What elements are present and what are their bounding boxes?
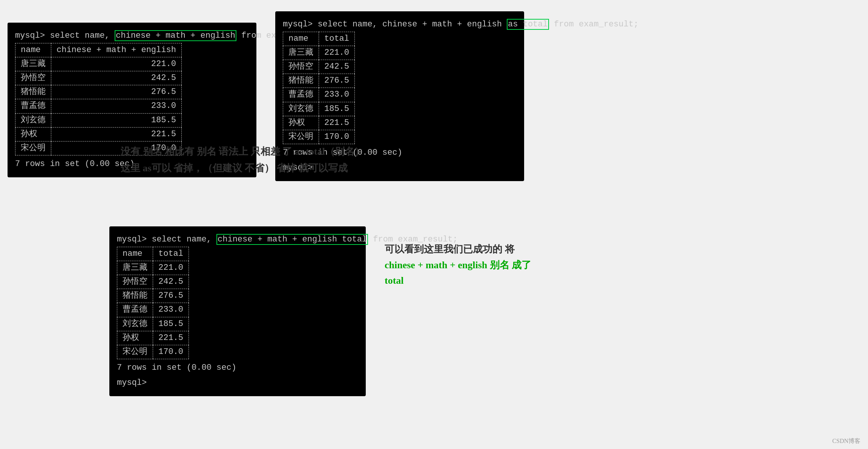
cell-name: 猪悟能 — [117, 289, 153, 303]
cell-name: 孙权 — [15, 127, 51, 141]
terminal-1-highlight: chinese + math + english — [115, 30, 236, 41]
terminal-3-table: name total 唐三藏221.0孙悟空242.5猪悟能276.5曹孟德23… — [117, 247, 189, 359]
table-row: 刘玄德185.5 — [283, 102, 355, 116]
table-row: 唐三藏221.0 — [117, 261, 189, 275]
cell-value: 276.5 — [153, 289, 189, 303]
table-row: 唐三藏221.0 — [283, 46, 355, 60]
cell-name: 猪悟能 — [15, 85, 51, 99]
cell-name: 唐三藏 — [283, 46, 319, 60]
table-row: 猪悟能276.5 — [117, 289, 189, 303]
cell-value: 233.0 — [319, 88, 355, 102]
cell-value: 170.0 — [153, 345, 189, 359]
table-row: 宋公明170.0 — [117, 345, 189, 359]
cell-name: 猪悟能 — [283, 74, 319, 88]
terminal-2-highlight: as total — [507, 19, 549, 30]
terminal-3: mysql> select name, chinese + math + eng… — [109, 226, 366, 396]
cell-value: 170.0 — [319, 130, 355, 144]
terminal-3-command: mysql> select name, chinese + math + eng… — [117, 233, 358, 246]
terminal-1-command: mysql> select name, chinese + math + eng… — [15, 29, 249, 42]
cell-value: 276.5 — [319, 74, 355, 88]
terminal-2-col1: name — [283, 32, 319, 46]
table-row: 刘玄德185.5 — [15, 113, 182, 127]
cell-name: 宋公明 — [117, 345, 153, 359]
cell-value: 242.5 — [153, 275, 189, 289]
cell-value: 242.5 — [319, 60, 355, 74]
table-row: 曹孟德233.0 — [117, 303, 189, 317]
terminal-1-col1: name — [15, 43, 51, 57]
terminal-3-prompt: mysql> — [117, 377, 358, 389]
cell-value: 221.5 — [51, 127, 182, 141]
cell-value: 221.5 — [319, 116, 355, 130]
cell-value: 233.0 — [153, 303, 189, 317]
table-row: 曹孟德233.0 — [15, 99, 182, 113]
annotation-line-2: 这里 as可以 省掉，（但建议 不省） 省掉 就可以写成 — [121, 160, 364, 177]
page-container: mysql> select name, chinese + math + eng… — [0, 0, 868, 449]
terminal-3-col1: name — [117, 247, 153, 261]
table-row: 宋公明170.0 — [283, 130, 355, 144]
table-row: 猪悟能276.5 — [15, 85, 182, 99]
terminal-1-col2: chinese + math + english — [51, 43, 182, 57]
cell-name: 孙权 — [283, 116, 319, 130]
table-row: 孙悟空242.5 — [117, 275, 189, 289]
cell-name: 唐三藏 — [15, 57, 51, 71]
cell-name: 宋公明 — [283, 130, 319, 144]
annotation-block: 没有 别名 相比有 别名 语法上 只相差 了 as total（别名） 这里 a… — [121, 143, 364, 177]
cell-value: 276.5 — [51, 85, 182, 99]
table-row: 唐三藏221.0 — [15, 57, 182, 71]
terminal-1-table: name chinese + math + english 唐三藏221.0孙悟… — [15, 43, 182, 155]
terminal-2-command: mysql> select name, chinese + math + eng… — [283, 18, 517, 31]
right-annotation-line2: chinese + math + english 别名 成了 total — [385, 257, 543, 289]
cell-name: 刘玄德 — [15, 113, 51, 127]
terminal-2-col2: total — [319, 32, 355, 46]
cell-value: 185.5 — [51, 113, 182, 127]
table-row: 曹孟德233.0 — [283, 88, 355, 102]
cell-value: 221.0 — [319, 46, 355, 60]
cell-name: 宋公明 — [15, 141, 51, 155]
watermark: CSDN博客 — [832, 437, 860, 445]
cell-value: 185.5 — [153, 317, 189, 331]
cell-name: 刘玄德 — [283, 102, 319, 116]
cell-name: 曹孟德 — [117, 303, 153, 317]
cell-name: 孙悟空 — [117, 275, 153, 289]
cell-value: 221.5 — [153, 331, 189, 345]
cell-name: 刘玄德 — [117, 317, 153, 331]
cell-value: 221.0 — [153, 261, 189, 275]
cell-value: 185.5 — [319, 102, 355, 116]
cell-value: 221.0 — [51, 57, 182, 71]
table-row: 刘玄德185.5 — [117, 317, 189, 331]
table-row: 孙权221.5 — [117, 331, 189, 345]
cell-name: 孙悟空 — [283, 60, 319, 74]
terminal-3-highlight: chinese + math + english total — [216, 234, 368, 245]
cell-name: 孙权 — [117, 331, 153, 345]
terminal-3-col2: total — [153, 247, 189, 261]
cell-name: 曹孟德 — [283, 88, 319, 102]
table-row: 猪悟能276.5 — [283, 74, 355, 88]
table-row: 孙悟空242.5 — [283, 60, 355, 74]
cell-value: 242.5 — [51, 71, 182, 85]
cell-name: 唐三藏 — [117, 261, 153, 275]
right-annotation-line1: 可以看到这里我们已成功的 将 — [385, 241, 543, 257]
cell-value: 233.0 — [51, 99, 182, 113]
annotation-line-1: 没有 别名 相比有 别名 语法上 只相差 了 as total（别名） — [121, 143, 364, 160]
table-row: 孙悟空242.5 — [15, 71, 182, 85]
right-annotation: 可以看到这里我们已成功的 将 chinese + math + english … — [385, 241, 543, 289]
cell-name: 孙悟空 — [15, 71, 51, 85]
table-row: 孙权221.5 — [15, 127, 182, 141]
cell-name: 曹孟德 — [15, 99, 51, 113]
terminal-3-result: 7 rows in set (0.00 sec) — [117, 361, 358, 374]
table-row: 孙权221.5 — [283, 116, 355, 130]
terminal-2-table: name total 唐三藏221.0孙悟空242.5猪悟能276.5曹孟德23… — [283, 32, 355, 144]
